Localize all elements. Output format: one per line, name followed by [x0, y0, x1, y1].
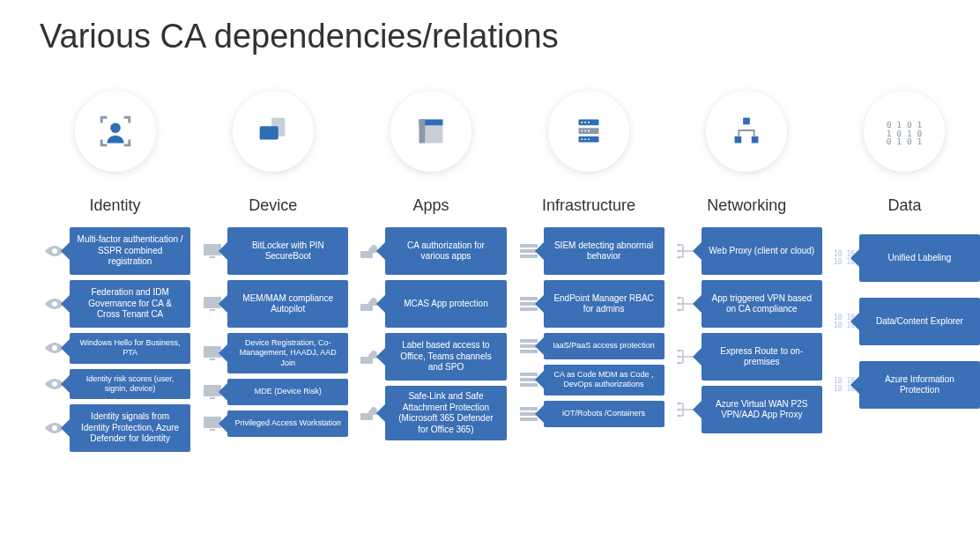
svg-point-25 — [588, 122, 590, 123]
apps-item: Safe-Link and Safe Attachment Protection… — [355, 386, 506, 440]
svg-point-29 — [581, 138, 583, 140]
data-item: 10 1010 10Unified Labeling — [829, 234, 980, 282]
column-data: 1 0 1 0 1 00 1 0 1 0 11 0 1 0 1 0 Data 1… — [829, 91, 980, 452]
svg-point-64 — [677, 415, 679, 418]
svg-rect-19 — [360, 413, 373, 420]
svg-point-0 — [110, 122, 121, 133]
svg-rect-6 — [210, 309, 215, 311]
svg-point-30 — [584, 138, 586, 140]
device-item: BitLocker with PIN SecureBoot — [197, 227, 348, 275]
net-items: Web Proxy (client or cloud) App triggere… — [672, 227, 822, 433]
net-item: App triggered VPN based on CA compliance — [672, 280, 822, 328]
svg-rect-8 — [210, 359, 215, 360]
svg-point-59 — [677, 356, 679, 359]
identity-header: Identity — [90, 196, 141, 215]
apps-items: CA authorization for various apps MCAS A… — [355, 227, 506, 440]
identity-items: Multi-factor authentication / SSPR combi… — [40, 227, 190, 452]
apps-item: MCAS App protection — [355, 280, 506, 328]
svg-point-54 — [677, 297, 679, 299]
svg-point-28 — [588, 130, 590, 132]
identity-item: Identity signals from Identity Protectio… — [40, 404, 190, 452]
svg-point-63 — [677, 409, 679, 411]
svg-point-27 — [584, 130, 586, 132]
svg-rect-49 — [752, 137, 759, 144]
svg-text:1 0 1 0 1 0: 1 0 1 0 1 0 — [884, 137, 924, 146]
column-identity: Identity Multi-factor authentication / S… — [40, 91, 190, 452]
infra-header: Infrastructure — [542, 196, 635, 215]
identity-item: Identity risk scores (user, signin, devi… — [40, 369, 190, 400]
svg-point-58 — [677, 350, 679, 352]
data-items: 10 1010 10Unified Labeling 10 1010 10Dat… — [829, 234, 980, 409]
identity-item: Federation and IDM Governance for CA & C… — [40, 280, 190, 328]
svg-rect-47 — [743, 118, 750, 125]
svg-rect-4 — [210, 256, 215, 258]
column-apps: Apps CA authorization for various apps M… — [355, 91, 506, 452]
svg-point-31 — [588, 138, 590, 140]
device-icon — [233, 91, 314, 172]
svg-point-50 — [677, 244, 679, 247]
apps-icon — [390, 91, 471, 172]
svg-point-60 — [677, 362, 679, 365]
apps-item: Label based access to Office, Teams chan… — [355, 333, 506, 381]
svg-rect-2 — [259, 126, 278, 139]
column-net: Networking Web Proxy (client or cloud) A… — [672, 91, 822, 452]
svg-point-55 — [677, 303, 679, 306]
infra-icon — [548, 91, 629, 172]
net-item: Azure Virtual WAN P2S VPN/AAD App Proxy — [672, 386, 822, 433]
infra-item: iOT/Robots /Containers — [514, 401, 664, 427]
svg-point-26 — [581, 130, 583, 132]
infra-item: EndPoint Manager RBAC for admins — [514, 280, 664, 328]
svg-rect-17 — [360, 304, 373, 311]
svg-point-62 — [677, 403, 679, 405]
column-infra: Infrastructure SIEM detecting abnormal b… — [514, 91, 664, 452]
apps-item: CA authorization for various apps — [355, 227, 506, 275]
infra-item: IaaS/PaaS access protection — [514, 333, 664, 359]
column-device: Device BitLocker with PIN SecureBoot MEM… — [197, 91, 348, 452]
apps-header: Apps — [412, 196, 449, 215]
device-item: Device Registration, Co-Management, HAAD… — [197, 333, 348, 373]
svg-point-23 — [581, 122, 583, 123]
device-item: Privileged Access Workstation — [197, 410, 348, 437]
svg-rect-48 — [735, 137, 742, 144]
svg-point-51 — [677, 250, 679, 253]
data-item: 10 1010 10Azure Information Protection — [829, 361, 980, 409]
infra-item: CA as Code MDM as Code , DevOps authoriz… — [514, 365, 664, 395]
net-header: Networking — [707, 196, 786, 215]
identity-item: Windows Hello for Business, PTA — [40, 333, 190, 364]
svg-rect-10 — [210, 397, 215, 399]
slide: Various CA dependencies/relations Identi… — [0, 0, 980, 452]
svg-rect-12 — [210, 429, 215, 431]
page-title: Various CA dependencies/relations — [40, 18, 980, 55]
svg-rect-15 — [419, 120, 426, 144]
svg-point-56 — [677, 309, 679, 312]
networking-icon — [706, 91, 787, 172]
identity-icon — [75, 91, 156, 172]
infra-item: SIEM detecting abnormal behavior — [514, 227, 664, 275]
device-item: MDE (Device Risk) — [197, 379, 348, 405]
svg-point-52 — [677, 256, 679, 259]
device-header: Device — [249, 196, 297, 215]
data-item: 10 1010 10Data/Content Explorer — [829, 298, 980, 345]
svg-rect-18 — [360, 357, 373, 364]
identity-item: Multi-factor authentication / SSPR combi… — [40, 227, 190, 275]
net-item: Express Route to on-premises — [672, 333, 822, 381]
device-item: MEM/MAM compliance Autopilot — [197, 280, 348, 328]
svg-point-24 — [584, 122, 586, 123]
net-item: Web Proxy (client or cloud) — [672, 227, 822, 275]
infra-items: SIEM detecting abnormal behavior EndPoin… — [514, 227, 664, 427]
device-items: BitLocker with PIN SecureBoot MEM/MAM co… — [197, 227, 348, 437]
svg-rect-16 — [360, 251, 373, 258]
data-icon: 1 0 1 0 1 00 1 0 1 0 11 0 1 0 1 0 — [864, 91, 945, 172]
data-header: Data — [887, 196, 921, 215]
columns: Identity Multi-factor authentication / S… — [40, 91, 980, 452]
